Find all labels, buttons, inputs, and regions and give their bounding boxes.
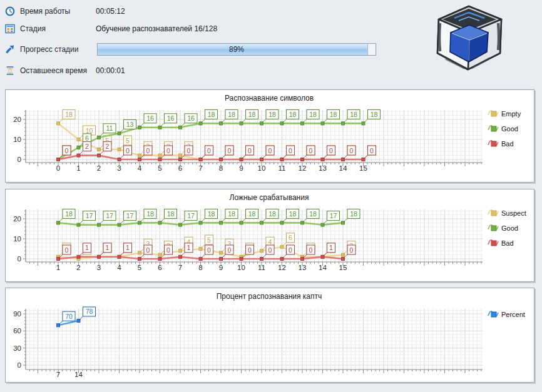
x-tick-label: 15 [339,264,347,271]
value-label: 0 [248,246,252,254]
x-tick-label: 4 [138,164,142,172]
value-label: 16 [146,114,154,122]
value-label: 0 [207,246,211,254]
value-label: 0 [146,147,150,154]
value-label: 1 [126,244,130,251]
remaining-time-value: 00:00:01 [96,66,125,75]
value-label: 13 [126,121,134,128]
stage-row: Стадия Обучение распознавателей 16/128 [5,23,217,34]
chart-title: Распознавание символов [225,94,314,103]
remaining-time-row: Оставшееся время 00:00:01 [5,65,125,76]
value-label: 0 [350,147,354,154]
y-tick-label: 10 [13,136,21,143]
hourglass-icon [5,66,15,76]
symbol-recognition-chart: Распознавание символов010200123456789101… [6,90,533,181]
series-line-percent [58,321,79,325]
series-line-bad [58,156,364,159]
uptime-row: Время работы 00:05:12 [5,6,125,17]
value-label: 70 [65,313,73,320]
value-label: 2 [85,143,89,150]
y-tick-label: 20 [13,116,21,123]
x-tick-label: 5 [138,264,141,271]
value-label: 0 [309,147,313,154]
legend-label: Empty [501,110,521,118]
value-label: 0 [268,246,272,254]
legend-label: Good [501,125,518,133]
value-label: 18 [65,111,73,118]
x-tick-label: 2 [76,264,80,271]
value-label: 18 [248,210,256,218]
value-label: 18 [330,111,337,118]
x-tick-label: 9 [219,264,223,271]
value-label: 18 [268,111,276,118]
x-tick-label: 15 [359,164,367,172]
value-label: 1 [85,244,89,251]
x-tick-label: 12 [278,264,286,271]
y-tick-label: 0 [18,156,21,163]
legend-marker [491,211,496,216]
value-label: 18 [289,210,297,218]
legend-marker [491,126,496,131]
x-tick-label: 9 [239,164,243,172]
value-label: 18 [309,111,317,118]
x-tick-label: 13 [319,164,327,172]
legend-label: Suspect [501,209,526,217]
value-label: 18 [268,210,276,218]
chart-title: Процент распознавания каптч [217,292,322,301]
x-tick-label: 7 [56,371,60,378]
value-label: 0 [289,246,292,254]
y-tick-label: 30 [13,344,21,352]
value-label: 18 [65,210,73,218]
x-tick-label: 3 [97,264,101,271]
legend-marker [491,312,496,317]
legend-marker [491,226,496,231]
value-label: 0 [370,147,374,154]
stage-value: Обучение распознавателей 16/128 [96,24,217,33]
uptime-label: Время работы [20,7,96,16]
x-tick-label: 8 [219,164,223,172]
value-label: 0 [207,147,211,154]
stage-progress-percent: 89% [98,45,376,54]
value-label: 18 [289,111,297,118]
false-positives-chart: Ложные срабатывания010201234567891011121… [6,189,533,280]
value-label: 2 [106,143,110,150]
y-tick-label: 0 [18,255,21,263]
value-label: 0 [166,246,170,254]
value-label: 0 [187,147,191,154]
uptime-value: 00:05:12 [96,7,125,16]
x-tick-label: 10 [258,164,266,172]
remaining-time-label: Оставшееся время [20,66,96,75]
x-tick-label: 7 [178,264,182,271]
legend-label: Bad [501,140,514,148]
value-label: 0 [248,147,252,154]
y-tick-label: 20 [13,215,21,223]
value-label: 0 [146,246,150,254]
value-label: 1 [329,244,333,251]
value-label: 6 [85,134,89,142]
value-label: 0 [268,147,272,154]
value-label: 18 [248,111,256,118]
stage-progress-bar: 89% [97,43,376,56]
value-label: 17 [330,212,337,219]
value-label: 6 [289,234,292,241]
legend-label: Good [501,224,518,232]
value-label: 0 [166,147,170,154]
value-label: 0 [329,147,333,154]
value-label: 18 [208,210,215,218]
chart-title: Ложные срабатывания [230,193,309,202]
stage-label: Стадия [20,24,96,33]
value-label: 0 [126,147,130,154]
value-label: 78 [86,308,93,315]
value-label: 18 [350,111,357,118]
value-label: 17 [187,212,195,219]
x-tick-label: 2 [97,164,101,172]
legend-label: Bad [501,239,514,247]
captcha-percent-chart: Процент распознавания каптч0306090714707… [6,288,533,381]
legend-marker [491,111,496,116]
value-label: 18 [167,210,175,218]
x-tick-label: 8 [198,264,202,271]
symbol-recognition-chart-panel: Распознавание символов010200123456789101… [5,89,534,183]
value-label: 0 [289,147,292,154]
x-tick-label: 3 [117,164,121,172]
legend-label: Percent [501,311,525,318]
